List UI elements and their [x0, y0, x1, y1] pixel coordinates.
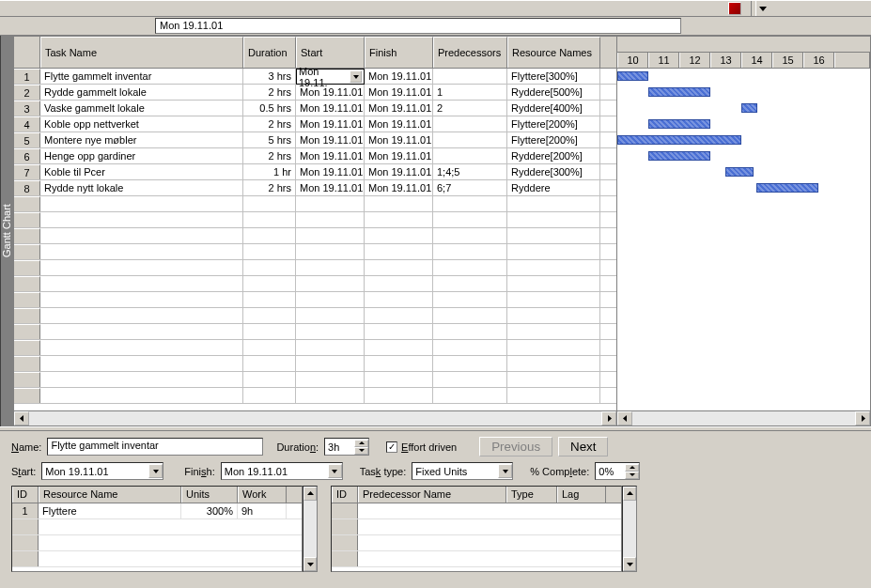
effort-driven-checkbox[interactable]: ✓: [386, 441, 397, 453]
empty-cell[interactable]: [243, 244, 296, 259]
cell-predecessors[interactable]: [433, 116, 507, 132]
table-row[interactable]: 1Flytte gammelt inventar3 hrsMon 19.11.M…: [14, 69, 616, 85]
cell-duration[interactable]: 0.5 hrs: [243, 101, 296, 116]
cell-resource[interactable]: Flyttere[200%]: [507, 132, 600, 147]
scroll-left-icon[interactable]: [14, 411, 29, 426]
finish-combo[interactable]: Mon 19.11.01: [221, 462, 343, 480]
gantt-hscroll[interactable]: [617, 410, 870, 426]
empty-cell[interactable]: [507, 212, 600, 227]
cell-resource[interactable]: Ryddere[400%]: [507, 101, 600, 116]
empty-cell[interactable]: [296, 228, 365, 243]
empty-cell[interactable]: [507, 388, 600, 403]
empty-cell[interactable]: [243, 356, 296, 371]
empty-cell[interactable]: [40, 388, 243, 403]
empty-cell[interactable]: [296, 324, 365, 339]
gantt-bar[interactable]: [741, 103, 757, 113]
edit-bar-input[interactable]: Mon 19.11.01: [155, 18, 681, 34]
empty-cell[interactable]: [40, 244, 243, 259]
table-row[interactable]: [14, 308, 616, 324]
cell-task-name[interactable]: Montere nye møbler: [40, 132, 243, 147]
empty-cell[interactable]: [507, 244, 600, 259]
empty-cell[interactable]: [365, 292, 433, 307]
cell-finish[interactable]: Mon 19.11.01: [365, 164, 433, 179]
predgrid-vscroll[interactable]: [622, 486, 637, 572]
cell-finish[interactable]: Mon 19.11.01: [365, 148, 433, 163]
table-row[interactable]: 5Montere nye møbler5 hrsMon 19.11.01Mon …: [14, 132, 616, 148]
cell-predecessors[interactable]: [433, 148, 507, 163]
empty-cell[interactable]: [40, 212, 243, 227]
empty-cell[interactable]: [296, 196, 365, 211]
spin-up-icon[interactable]: [354, 440, 368, 447]
dropdown-icon[interactable]: [498, 464, 512, 478]
empty-cell[interactable]: [433, 244, 507, 259]
cell-start[interactable]: Mon 19.11.01: [296, 164, 365, 179]
table-row[interactable]: [14, 340, 616, 356]
empty-cell[interactable]: [433, 228, 507, 243]
resgrid-col-name[interactable]: Resource Name: [39, 487, 181, 503]
table-row[interactable]: [14, 388, 616, 404]
row-id[interactable]: [14, 244, 40, 259]
table-row[interactable]: [14, 372, 616, 388]
empty-cell[interactable]: [433, 292, 507, 307]
row-id[interactable]: [14, 212, 40, 227]
cell-finish[interactable]: Mon 19.11.01: [365, 101, 433, 116]
cell-resource[interactable]: Ryddere[200%]: [507, 148, 600, 163]
row-id[interactable]: [14, 356, 40, 371]
resgrid-col-units[interactable]: Units: [181, 487, 238, 503]
empty-cell[interactable]: [40, 228, 243, 243]
table-row[interactable]: [14, 212, 616, 228]
predgrid-col-type[interactable]: Type: [506, 487, 557, 503]
empty-cell[interactable]: [243, 324, 296, 339]
empty-cell[interactable]: [296, 388, 365, 403]
empty-cell[interactable]: [507, 196, 600, 211]
empty-cell[interactable]: [365, 212, 433, 227]
empty-cell[interactable]: [243, 276, 296, 291]
cell-start-active[interactable]: Mon 19.11.: [296, 69, 365, 85]
cell-resource[interactable]: Flyttere[200%]: [507, 116, 600, 132]
cell-predecessors[interactable]: 1;4;5: [433, 164, 507, 179]
empty-cell[interactable]: [40, 292, 243, 307]
resgrid-cell-name[interactable]: Flyttere: [39, 503, 181, 518]
cell-resource[interactable]: Ryddere[300%]: [507, 164, 600, 179]
empty-cell[interactable]: [433, 308, 507, 323]
col-start[interactable]: Start: [296, 37, 365, 68]
empty-cell[interactable]: [365, 276, 433, 291]
cell-resource[interactable]: Flyttere[300%]: [507, 69, 600, 84]
empty-cell[interactable]: [507, 292, 600, 307]
empty-cell[interactable]: [40, 340, 243, 355]
empty-cell[interactable]: [296, 308, 365, 323]
table-row[interactable]: [14, 292, 616, 308]
empty-cell[interactable]: [433, 340, 507, 355]
toolbar-icon[interactable]: [728, 2, 741, 15]
empty-cell[interactable]: [365, 324, 433, 339]
empty-cell[interactable]: [296, 372, 365, 387]
empty-cell[interactable]: [243, 388, 296, 403]
row-id[interactable]: 8: [14, 180, 40, 195]
table-row[interactable]: [14, 324, 616, 340]
start-combo[interactable]: Mon 19.11.01: [41, 462, 163, 480]
cell-resource[interactable]: Ryddere[500%]: [507, 85, 600, 100]
empty-cell[interactable]: [365, 260, 433, 275]
empty-cell[interactable]: [365, 308, 433, 323]
empty-cell[interactable]: [433, 260, 507, 275]
row-id[interactable]: 6: [14, 148, 40, 163]
resgrid-col-id[interactable]: ID: [12, 487, 39, 503]
tasktype-combo[interactable]: Fixed Units: [412, 462, 513, 480]
gantt-bar[interactable]: [648, 151, 710, 161]
cell-predecessors[interactable]: [433, 69, 507, 84]
scroll-track[interactable]: [632, 411, 855, 426]
row-id[interactable]: 2: [14, 85, 40, 100]
pct-complete-input[interactable]: 0%: [595, 462, 640, 480]
row-id[interactable]: 7: [14, 164, 40, 179]
gantt-bar[interactable]: [725, 167, 754, 177]
cell-duration[interactable]: 3 hrs: [243, 69, 296, 84]
cell-finish[interactable]: Mon 19.11.01: [365, 69, 433, 84]
empty-cell[interactable]: [507, 372, 600, 387]
col-duration[interactable]: Duration: [243, 37, 296, 68]
table-row[interactable]: [14, 244, 616, 260]
toolbar-dropdown-icon[interactable]: [759, 4, 766, 15]
row-id[interactable]: 4: [14, 116, 40, 132]
empty-cell[interactable]: [40, 276, 243, 291]
cell-predecessors[interactable]: 6;7: [433, 180, 507, 195]
row-id[interactable]: [14, 292, 40, 307]
